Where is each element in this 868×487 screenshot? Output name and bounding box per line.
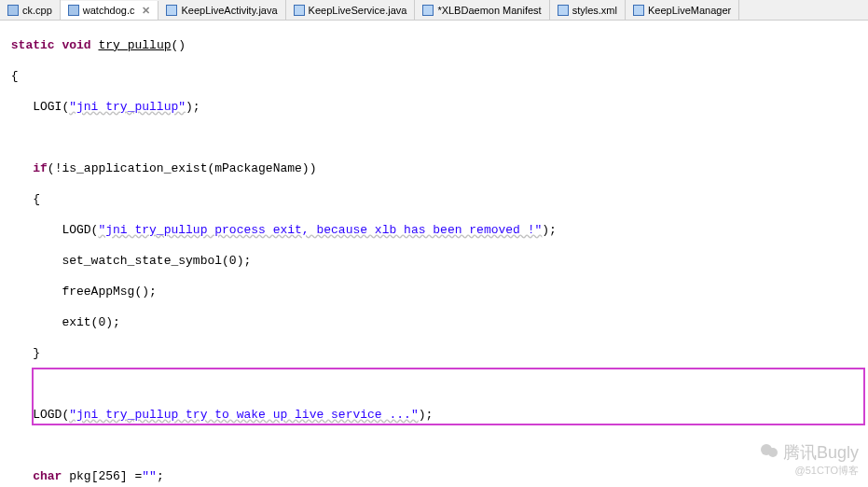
code-line: LOGI("jni try_pullup"); xyxy=(4,100,864,116)
code-line: exit(0); xyxy=(4,315,864,331)
code-line: { xyxy=(4,192,864,208)
c-file-icon xyxy=(68,5,79,16)
code-line: freeAppMsg(); xyxy=(4,285,864,300)
tab-watchdog-c[interactable]: watchdog.c ✕ xyxy=(61,1,159,21)
tab-label: watchdog.c xyxy=(83,5,135,16)
code-line: LOGD("jni try_pullup try to wake up live… xyxy=(4,408,864,424)
tab-styles-xml[interactable]: styles.xml xyxy=(550,0,626,20)
tab-xlbdaemon-manifest[interactable]: *XLBDaemon Manifest xyxy=(415,0,549,20)
tab-label: KeepLiveActivity.java xyxy=(181,5,277,16)
code-line: } xyxy=(4,346,864,362)
xml-file-icon xyxy=(558,5,569,16)
code-line: set_watch_state_symbol(0); xyxy=(4,254,864,270)
code-line: char pkg[256] =""; xyxy=(4,469,864,485)
code-line: LOGD("jni try_pullup process exit, becau… xyxy=(4,223,864,239)
tab-label: *XLBDaemon Manifest xyxy=(437,5,541,16)
tab-label: KeepLiveManager xyxy=(648,5,731,16)
xml-file-icon xyxy=(422,5,434,16)
java-file-icon xyxy=(294,5,305,16)
close-icon[interactable]: ✕ xyxy=(142,5,150,17)
code-line: { xyxy=(4,69,864,85)
tab-label: ck.cpp xyxy=(22,5,52,16)
java-file-icon xyxy=(633,5,644,16)
tab-ck-cpp[interactable]: ck.cpp xyxy=(0,0,61,20)
tab-keeplivemanager[interactable]: KeepLiveManager xyxy=(626,0,739,20)
code-line: if(!is_application_exist(mPackageName)) xyxy=(4,161,864,177)
editor-tab-bar: ck.cpp watchdog.c ✕ KeepLiveActivity.jav… xyxy=(0,0,868,21)
cpp-file-icon xyxy=(7,5,19,16)
tab-keepliveactivity[interactable]: KeepLiveActivity.java xyxy=(158,0,285,20)
tab-label: styles.xml xyxy=(572,5,617,16)
tab-label: KeepLiveService.java xyxy=(309,5,407,16)
code-editor[interactable]: static void try_pullup() { LOGI("jni try… xyxy=(0,21,868,487)
code-line xyxy=(4,438,864,454)
java-file-icon xyxy=(166,5,177,16)
code-line xyxy=(4,131,864,146)
tab-keepliveservice[interactable]: KeepLiveService.java xyxy=(286,0,416,20)
code-line: static void try_pullup() xyxy=(4,38,864,54)
code-line xyxy=(4,377,864,393)
